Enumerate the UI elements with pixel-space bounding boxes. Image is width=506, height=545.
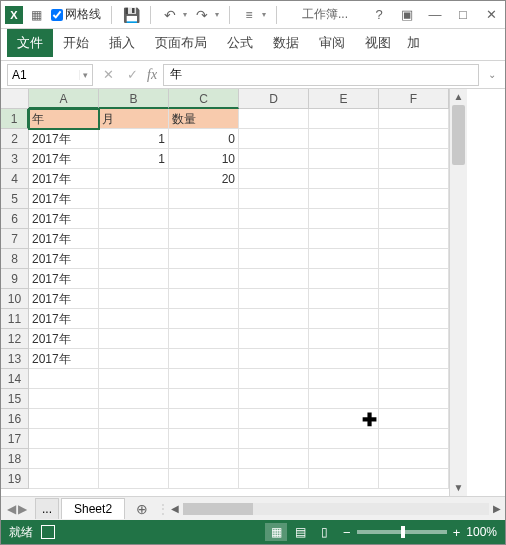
cell-e14[interactable]: [309, 369, 379, 389]
cell-c15[interactable]: [169, 389, 239, 409]
column-header-f[interactable]: F: [379, 89, 449, 109]
cell-c5[interactable]: [169, 189, 239, 209]
macro-record-icon[interactable]: [41, 525, 55, 539]
row-header-15[interactable]: 15: [1, 389, 29, 409]
row-header-14[interactable]: 14: [1, 369, 29, 389]
cell-b16[interactable]: [99, 409, 169, 429]
cell-f5[interactable]: [379, 189, 449, 209]
cell-e19[interactable]: [309, 469, 379, 489]
formula-expand-icon[interactable]: ⌄: [485, 69, 499, 80]
cell-a8[interactable]: 2017年: [29, 249, 99, 269]
cell-d5[interactable]: [239, 189, 309, 209]
cell-f13[interactable]: [379, 349, 449, 369]
cell-d11[interactable]: [239, 309, 309, 329]
cell-d18[interactable]: [239, 449, 309, 469]
cell-c18[interactable]: [169, 449, 239, 469]
cell-f10[interactable]: [379, 289, 449, 309]
tab-formulas[interactable]: 公式: [217, 29, 263, 57]
tab-view[interactable]: 视图: [355, 29, 401, 57]
cell-d12[interactable]: [239, 329, 309, 349]
cell-a18[interactable]: [29, 449, 99, 469]
cell-b12[interactable]: [99, 329, 169, 349]
row-header-12[interactable]: 12: [1, 329, 29, 349]
cell-c19[interactable]: [169, 469, 239, 489]
cell-d15[interactable]: [239, 389, 309, 409]
cell-d1[interactable]: [239, 109, 309, 129]
cell-f7[interactable]: [379, 229, 449, 249]
view-normal-icon[interactable]: ▦: [265, 523, 287, 541]
cell-a15[interactable]: [29, 389, 99, 409]
cell-a17[interactable]: [29, 429, 99, 449]
cell-f17[interactable]: [379, 429, 449, 449]
column-header-a[interactable]: A: [29, 89, 99, 109]
scroll-down-icon[interactable]: ▼: [450, 480, 467, 496]
cell-a16[interactable]: [29, 409, 99, 429]
cell-d8[interactable]: [239, 249, 309, 269]
cell-a14[interactable]: [29, 369, 99, 389]
column-header-e[interactable]: E: [309, 89, 379, 109]
cell-d17[interactable]: [239, 429, 309, 449]
cell-c10[interactable]: [169, 289, 239, 309]
cell-e10[interactable]: [309, 289, 379, 309]
minimize-button[interactable]: —: [425, 7, 445, 22]
cell-a7[interactable]: 2017年: [29, 229, 99, 249]
cell-e6[interactable]: [309, 209, 379, 229]
vertical-scrollbar[interactable]: ▲ ▼: [449, 89, 467, 496]
cell-f12[interactable]: [379, 329, 449, 349]
cell-f9[interactable]: [379, 269, 449, 289]
cell-e1[interactable]: [309, 109, 379, 129]
scroll-right-icon[interactable]: ▶: [493, 503, 501, 514]
cell-b8[interactable]: [99, 249, 169, 269]
sheet-prev-icon[interactable]: ◀: [7, 502, 16, 516]
scroll-left-icon[interactable]: ◀: [171, 503, 179, 514]
tab-data[interactable]: 数据: [263, 29, 309, 57]
ribbon-options-button[interactable]: ▣: [397, 7, 417, 22]
row-header-8[interactable]: 8: [1, 249, 29, 269]
cell-a11[interactable]: 2017年: [29, 309, 99, 329]
zoom-percent[interactable]: 100%: [466, 525, 497, 539]
cell-b11[interactable]: [99, 309, 169, 329]
cell-e3[interactable]: [309, 149, 379, 169]
cell-b3[interactable]: 1: [99, 149, 169, 169]
cell-d3[interactable]: [239, 149, 309, 169]
redo-icon[interactable]: ↷: [193, 6, 211, 24]
cell-a1[interactable]: 年: [29, 109, 99, 129]
cell-d14[interactable]: [239, 369, 309, 389]
zoom-in-button[interactable]: +: [453, 525, 461, 540]
cell-d7[interactable]: [239, 229, 309, 249]
hscroll-track[interactable]: [183, 503, 489, 515]
cell-c9[interactable]: [169, 269, 239, 289]
cell-a6[interactable]: 2017年: [29, 209, 99, 229]
cell-f14[interactable]: [379, 369, 449, 389]
cell-a4[interactable]: 2017年: [29, 169, 99, 189]
gridlines-input[interactable]: [51, 9, 63, 21]
cell-b5[interactable]: [99, 189, 169, 209]
row-header-6[interactable]: 6: [1, 209, 29, 229]
cell-e15[interactable]: [309, 389, 379, 409]
row-header-11[interactable]: 11: [1, 309, 29, 329]
cell-c4[interactable]: 20: [169, 169, 239, 189]
cell-b1[interactable]: 月: [99, 109, 169, 129]
sheet-add-button[interactable]: ⊕: [131, 501, 153, 517]
cell-a2[interactable]: 2017年: [29, 129, 99, 149]
cell-d2[interactable]: [239, 129, 309, 149]
cell-e11[interactable]: [309, 309, 379, 329]
row-header-10[interactable]: 10: [1, 289, 29, 309]
select-all-corner[interactable]: [1, 89, 29, 109]
cell-d9[interactable]: [239, 269, 309, 289]
view-break-icon[interactable]: ▯: [313, 523, 335, 541]
column-header-c[interactable]: C: [169, 89, 239, 109]
cell-d10[interactable]: [239, 289, 309, 309]
cell-e2[interactable]: [309, 129, 379, 149]
cell-b17[interactable]: [99, 429, 169, 449]
cell-e13[interactable]: [309, 349, 379, 369]
row-header-3[interactable]: 3: [1, 149, 29, 169]
sheet-hidden-indicator[interactable]: ...: [35, 498, 59, 519]
cell-c8[interactable]: [169, 249, 239, 269]
tab-file[interactable]: 文件: [7, 29, 53, 57]
cell-e17[interactable]: [309, 429, 379, 449]
list-drop[interactable]: ▾: [262, 10, 266, 19]
cell-b4[interactable]: [99, 169, 169, 189]
cell-c3[interactable]: 10: [169, 149, 239, 169]
fx-icon[interactable]: fx: [147, 67, 157, 83]
